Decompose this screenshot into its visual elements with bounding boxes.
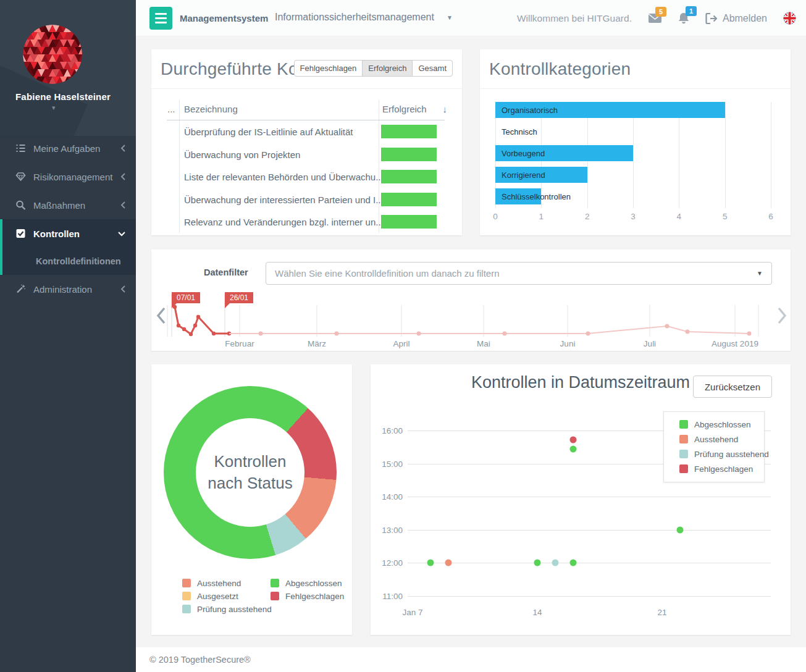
language-flag-button[interactable] bbox=[783, 12, 796, 25]
timeline-month-label: Juli bbox=[644, 339, 656, 348]
legend-item[interactable]: Ausstehend bbox=[176, 579, 272, 587]
legend-label: Ausstehend bbox=[197, 579, 241, 588]
legend-item[interactable]: Fehlgeschlagen bbox=[673, 464, 764, 473]
sidebar-item-administration[interactable]: Administration bbox=[0, 275, 136, 303]
row-success-bar bbox=[381, 215, 437, 229]
datenfilter-label: Datenfilter bbox=[204, 267, 248, 277]
sidebar-item-kontrollen[interactable]: Kontrollen bbox=[2, 219, 136, 248]
table-row[interactable]: Liste der relevanten Behörden und Überwa… bbox=[151, 166, 462, 188]
datefilter-panel: Datenfilter Wählen Sie eine Kontrolldefi… bbox=[151, 250, 791, 351]
messages-button[interactable]: 5 bbox=[648, 13, 662, 23]
data-point[interactable] bbox=[427, 560, 434, 566]
legend-item[interactable]: Prüfung ausstehend bbox=[673, 450, 764, 458]
filter-fehlgeschlagen-button[interactable]: Fehlgeschlagen bbox=[294, 60, 363, 77]
status-donut-chart[interactable]: Kontrollen nach Status bbox=[164, 386, 337, 559]
data-point[interactable] bbox=[445, 560, 451, 566]
row-label: Liste der relevanten Behörden und Überwa… bbox=[184, 172, 384, 182]
sidebar-item-label: Meine Aufgaben bbox=[33, 143, 100, 154]
column-erfolgreich[interactable]: Erfolgreich bbox=[382, 104, 427, 114]
table-row[interactable]: Überwachung von Projekten bbox=[151, 143, 462, 166]
sidebar-item-kontrolldefinitionen[interactable]: Kontrolldefinitionen bbox=[2, 248, 136, 275]
legend-item[interactable]: Fehlgeschlagen bbox=[264, 592, 344, 600]
caret-down-icon: ▼ bbox=[447, 14, 453, 21]
timeline-marker-start[interactable]: 07/01 bbox=[172, 292, 200, 303]
hamburger-menu-button[interactable] bbox=[149, 7, 172, 30]
column-bezeichnung[interactable]: Bezeichnung bbox=[184, 104, 238, 114]
table-row[interactable]: Überprüfung der IS-Leitlinie auf Aktuali… bbox=[151, 120, 462, 143]
data-point[interactable] bbox=[676, 526, 683, 533]
chevron-left-icon bbox=[120, 201, 126, 209]
legend-label: Ausgesetzt bbox=[197, 592, 238, 601]
sidebar-item-risikomanagement[interactable]: Risikomanagement bbox=[0, 162, 136, 191]
divider bbox=[151, 88, 462, 89]
kontrolldefinition-select[interactable]: Wählen Sie eine Kontrolldefinition um da… bbox=[266, 262, 772, 285]
data-point[interactable] bbox=[569, 560, 576, 566]
row-success-bar bbox=[381, 148, 437, 161]
legend-item[interactable]: Abgeschlossen bbox=[264, 579, 344, 587]
table-row[interactable]: Überwachung der interessierten Parteien … bbox=[151, 188, 462, 211]
sidebar-item-massnahmen[interactable]: Maßnahmen bbox=[0, 191, 136, 219]
user-caret-down-icon[interactable]: ▾ bbox=[52, 104, 56, 112]
legend-swatch bbox=[679, 435, 688, 443]
legend-swatch bbox=[679, 420, 688, 429]
module-selector[interactable]: Informationssicherheitsmanagement ▼ bbox=[275, 12, 453, 23]
legend-item[interactable]: Prüfung ausstehend bbox=[176, 605, 272, 613]
x-tick-label: 1 bbox=[539, 212, 544, 221]
x-tick-label: 6 bbox=[768, 212, 773, 221]
row-label: Relevanz und Veränderungen bzgl. interne… bbox=[184, 217, 384, 227]
legend-label: Fehlgeschlagen bbox=[694, 464, 753, 474]
table-row[interactable]: Relevanz und Veränderungen bzgl. interne… bbox=[151, 211, 462, 233]
data-point[interactable] bbox=[569, 437, 576, 443]
legend-label: Fehlgeschlagen bbox=[285, 592, 344, 601]
legend-item[interactable]: Ausstehend bbox=[673, 435, 764, 443]
donut-center-label: Kontrollen nach Status bbox=[164, 386, 337, 559]
legend-swatch bbox=[271, 579, 279, 587]
legend-swatch bbox=[182, 579, 191, 587]
legend-item[interactable]: Ausgesetzt bbox=[176, 592, 272, 600]
x-tick-label: Jan 7 bbox=[402, 608, 422, 617]
scatter-chart: 16:0015:0014:0013:0012:0011:00Jan 71421 bbox=[371, 364, 791, 635]
check-square-icon bbox=[15, 229, 27, 238]
row-label: Überwachung von Projekten bbox=[184, 149, 300, 159]
legend-item[interactable]: Abgeschlossen bbox=[673, 420, 764, 429]
navbar-right: Willkommen bei HITGuard. 5 1 Abmelden bbox=[517, 0, 796, 36]
notifications-button[interactable]: 1 bbox=[678, 12, 689, 25]
footer: © 2019 TogetherSecure® bbox=[136, 647, 806, 672]
legend-swatch bbox=[679, 464, 688, 473]
sort-descending-icon[interactable]: ↓ bbox=[443, 104, 448, 114]
filter-erfolgreich-button[interactable]: Erfolgreich bbox=[362, 60, 413, 77]
y-tick-label: 14:00 bbox=[371, 492, 403, 502]
row-success-bar bbox=[381, 125, 437, 138]
controls-filter-group: Fehlgeschlagen Erfolgreich Gesamt bbox=[294, 60, 453, 77]
active-menu-block: Kontrollen Kontrolldefinitionen bbox=[0, 219, 136, 275]
data-point[interactable] bbox=[534, 560, 541, 566]
column-menu[interactable]: ... bbox=[167, 104, 175, 114]
uk-flag-icon bbox=[783, 12, 796, 25]
tasks-icon bbox=[15, 143, 27, 153]
legend-label: Prüfung ausstehend bbox=[197, 605, 272, 614]
sidebar-item-meine-aufgaben[interactable]: Meine Aufgaben bbox=[0, 134, 136, 162]
caret-down-icon: ▼ bbox=[757, 270, 763, 277]
notifications-badge: 1 bbox=[686, 6, 697, 16]
timeline-marker-end[interactable]: 26/01 bbox=[225, 292, 253, 303]
row-success-bar bbox=[381, 170, 437, 183]
chevron-left-icon bbox=[120, 172, 126, 181]
x-tick-label: 14 bbox=[532, 608, 542, 617]
legend-label: Prüfung ausstehend bbox=[694, 450, 769, 459]
sidebar: Fabiene Haselsteiner ▾ Meine Aufgaben Ri… bbox=[0, 0, 136, 672]
timeline-month-label: April bbox=[393, 339, 409, 348]
gridline bbox=[725, 102, 726, 208]
data-point[interactable] bbox=[552, 560, 558, 566]
profile-section: Fabiene Haselsteiner ▾ bbox=[0, 0, 136, 136]
controls-panel: Durchgeführte Kon... Fehlgeschlagen Erfo… bbox=[151, 49, 462, 235]
timeline-month-label: August 2019 bbox=[712, 339, 758, 348]
legend-label: Abgeschlossen bbox=[694, 420, 751, 429]
filter-gesamt-button[interactable]: Gesamt bbox=[412, 60, 453, 77]
gridline bbox=[408, 530, 771, 531]
legend-label: Ausstehend bbox=[694, 435, 738, 444]
data-point[interactable] bbox=[569, 446, 576, 453]
avatar[interactable] bbox=[23, 25, 82, 84]
logout-button[interactable]: Abmelden bbox=[705, 13, 767, 24]
x-tick-label: 2 bbox=[585, 212, 590, 221]
search-icon bbox=[15, 200, 27, 210]
